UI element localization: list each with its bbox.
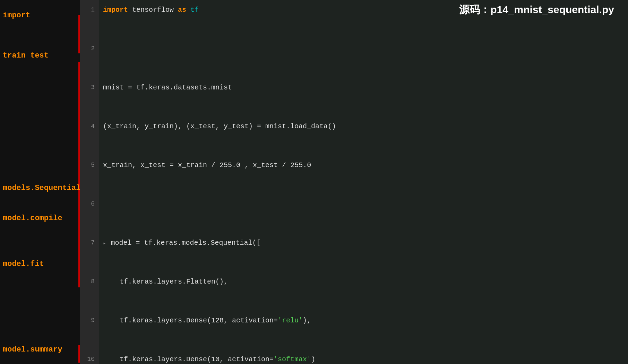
line-num-1: 1: [80, 0, 99, 19]
sidebar-item-traintest: train test: [0, 51, 80, 60]
line-content-3: mnist = tf.keras.datasets.mnist: [99, 84, 232, 92]
code-area: 源码：p14_mnist_sequential.py 1 import tens…: [80, 0, 628, 364]
code-line-5: 5 x_train, x_test = x_train / 255.0 , x_…: [99, 155, 628, 175]
sidebar-label-sequential: models.Sequential: [0, 184, 80, 192]
line-content-5: x_train, x_test = x_train / 255.0 , x_te…: [99, 161, 311, 169]
line-content-9: tf.keras.layers.Dense(128, activation='r…: [99, 317, 311, 324]
code-line-2: 2: [99, 39, 628, 58]
sidebar-label-summary: model.summary: [0, 345, 62, 354]
code-line-6: 6: [99, 194, 628, 214]
code-line-8: 8 tf.keras.layers.Flatten(),: [99, 272, 628, 291]
code-line-1: 1 import tensorflow as tf: [99, 0, 628, 19]
sidebar-item-summary: model.summary: [0, 345, 80, 354]
sidebar: import train test models.Sequential mode…: [0, 0, 80, 364]
line-num-10: 10: [80, 349, 99, 364]
line-num-8: 8: [80, 272, 99, 291]
sidebar-label-fit: model.fit: [0, 260, 44, 268]
sidebar-item-fit: model.fit: [0, 260, 80, 268]
line-num-2: 2: [80, 39, 99, 58]
sidebar-label-import: import: [0, 11, 30, 20]
code-line-7: 7 ▸ model = tf.keras.models.Sequential([: [99, 233, 628, 252]
code-line-9: 9 tf.keras.layers.Dense(128, activation=…: [99, 311, 628, 330]
line-content-1: import tensorflow as tf: [99, 6, 199, 14]
line-num-9: 9: [80, 311, 99, 330]
line-num-6: 6: [80, 194, 99, 214]
code-line-4: 4 (x_train, y_train), (x_test, y_test) =…: [99, 116, 628, 136]
line-num-5: 5: [80, 155, 99, 175]
code-line-10: 10 tf.keras.layers.Dense(10, activation=…: [99, 349, 628, 364]
line-content-10: tf.keras.layers.Dense(10, activation='so…: [99, 355, 315, 363]
sidebar-item-import: import: [0, 5, 80, 26]
line-content-8: tf.keras.layers.Flatten(),: [99, 278, 228, 286]
line-num-3: 3: [80, 78, 99, 97]
line-content-7: ▸ model = tf.keras.models.Sequential([: [99, 239, 261, 247]
sidebar-label-traintest: train test: [0, 51, 49, 60]
code-editor[interactable]: 1 import tensorflow as tf 2 3 mnist = tf…: [99, 0, 628, 364]
sidebar-label-compile: model.compile: [0, 214, 62, 223]
sidebar-item-sequential: models.Sequential: [0, 184, 80, 192]
line-num-4: 4: [80, 116, 99, 136]
code-line-3: 3 mnist = tf.keras.datasets.mnist: [99, 78, 628, 97]
line-content-4: (x_train, y_train), (x_test, y_test) = m…: [99, 122, 336, 130]
line-num-7: 7: [80, 233, 99, 252]
sidebar-item-compile: model.compile: [0, 214, 80, 223]
